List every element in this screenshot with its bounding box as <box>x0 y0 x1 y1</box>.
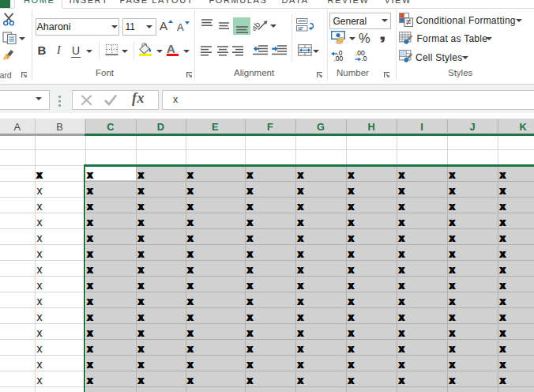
svg-text:ab: ab <box>253 20 262 32</box>
